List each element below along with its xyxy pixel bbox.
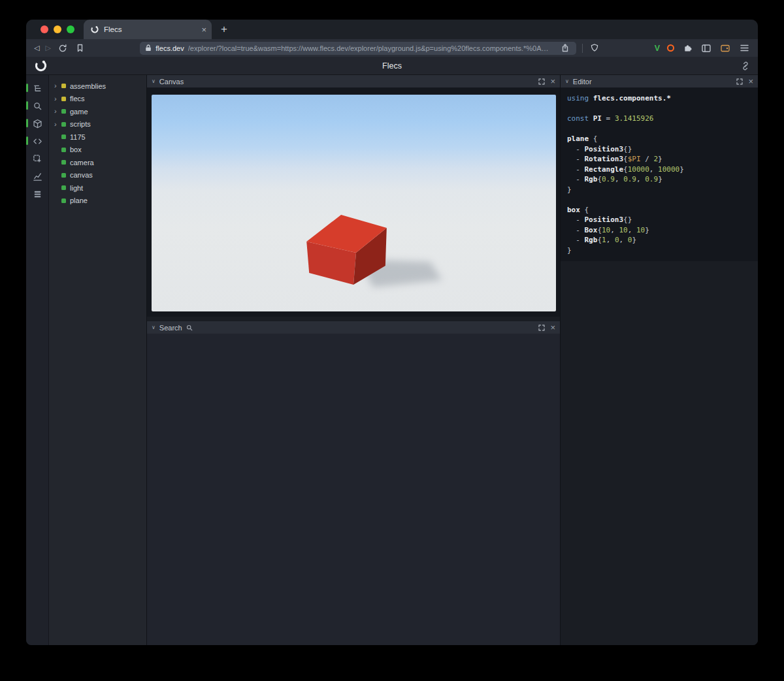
tree-item-label: assemblies	[70, 82, 106, 90]
search-icon[interactable]	[26, 98, 48, 114]
code-line	[567, 124, 751, 135]
hierarchy-icon[interactable]	[26, 80, 48, 96]
wallet-icon[interactable]	[719, 42, 731, 54]
v-extension-icon[interactable]: V	[655, 44, 660, 53]
entity-color-dot	[61, 185, 66, 190]
tree-item-flecs[interactable]: ›flecs	[49, 93, 146, 106]
new-tab-button[interactable]: +	[221, 23, 227, 36]
tree-item-scripts[interactable]: ›scripts	[49, 118, 146, 131]
entity-color-dot	[61, 84, 66, 88]
stack-icon[interactable]	[26, 186, 48, 202]
tree-item-canvas[interactable]: canvas	[49, 169, 146, 182]
expand-chevron-icon[interactable]: ›	[54, 121, 60, 128]
canvas-panel-header: ∨ Canvas ×	[147, 75, 560, 87]
brave-shield-icon[interactable]	[589, 42, 600, 54]
toolbar-right-cluster: V	[655, 42, 750, 54]
tree-item-box[interactable]: box	[49, 144, 146, 157]
tree-item-label: light	[70, 184, 83, 192]
flecs-logo-icon	[34, 59, 48, 72]
inspect-icon[interactable]	[26, 151, 48, 166]
code-icon[interactable]	[26, 133, 48, 149]
url-path: /explorer/?local=true&wasm=https://www.f…	[188, 44, 556, 52]
close-panel-icon[interactable]: ×	[748, 77, 753, 86]
sidebar-toggle-icon[interactable]	[700, 42, 712, 54]
back-button[interactable]: ◁	[34, 44, 39, 52]
code-line: - Position3{}	[567, 144, 751, 155]
tree-item-game[interactable]: ›game	[49, 105, 146, 118]
search-panel-body[interactable]	[147, 334, 560, 645]
expand-panel-icon[interactable]	[735, 77, 744, 86]
tree-item-label: scripts	[70, 120, 91, 128]
close-panel-icon[interactable]: ×	[550, 323, 555, 332]
menu-hamburger-icon[interactable]	[738, 42, 750, 54]
collapse-chevron-icon[interactable]: ∨	[565, 78, 569, 84]
code-line: - Box{10, 10, 10}	[567, 225, 751, 236]
tree-item-plane[interactable]: plane	[49, 195, 146, 208]
tab-favicon-flecs-logo-icon	[90, 25, 99, 34]
rewards-icon[interactable]	[667, 44, 674, 52]
entity-tree-panel: ›assemblies›flecs›game›scripts1175boxcam…	[48, 75, 146, 645]
code-line: - Rgb{1, 0, 0}	[567, 235, 751, 245]
entity-color-dot	[61, 198, 66, 203]
code-line: - Rgb{0.9, 0.9, 0.9}	[567, 174, 751, 185]
editor-panel-header: ∨ Editor ×	[561, 75, 758, 87]
entity-color-dot	[61, 160, 66, 165]
entity-color-dot	[61, 173, 66, 178]
3d-viewport[interactable]	[152, 95, 556, 311]
canvas-panel-title: Canvas	[159, 78, 184, 86]
expand-panel-icon[interactable]	[537, 323, 546, 332]
reload-button[interactable]	[57, 42, 69, 54]
3d-scene	[152, 95, 556, 311]
close-window-button[interactable]	[41, 25, 48, 33]
tree-item-light[interactable]: light	[49, 182, 146, 195]
minimize-window-button[interactable]	[54, 25, 61, 33]
zoom-window-button[interactable]	[67, 25, 74, 33]
collapse-chevron-icon[interactable]: ∨	[152, 325, 155, 330]
search-panel-header: ∨ Search ×	[147, 321, 560, 334]
page-title: Flecs	[26, 61, 758, 71]
code-editor[interactable]: using flecs.components.* const PI = 3.14…	[561, 87, 758, 261]
tree-item-1175[interactable]: 1175	[49, 131, 146, 144]
cube-icon[interactable]	[26, 116, 48, 131]
app-content: ›assemblies›flecs›game›scripts1175boxcam…	[26, 75, 758, 645]
expand-chevron-icon[interactable]: ›	[54, 82, 60, 89]
expand-chevron-icon[interactable]: ›	[54, 108, 60, 115]
expand-chevron-icon[interactable]: ›	[54, 95, 60, 103]
code-line: - Position3{}	[567, 215, 751, 225]
extensions-puzzle-icon[interactable]	[681, 42, 693, 54]
collapse-chevron-icon[interactable]: ∨	[152, 78, 155, 84]
tree-item-assemblies[interactable]: ›assemblies	[49, 80, 146, 93]
code-line: const PI = 3.1415926	[567, 114, 751, 124]
url-bar[interactable]: flecs.dev /explorer/?local=true&wasm=htt…	[140, 42, 576, 55]
entity-color-dot	[61, 148, 66, 152]
tree-item-camera[interactable]: camera	[49, 156, 146, 169]
share-icon[interactable]	[559, 42, 571, 54]
toolbar-divider	[582, 44, 583, 53]
code-line: plane {	[567, 134, 751, 144]
tree-item-label: plane	[70, 197, 88, 204]
tab-close-icon[interactable]: ×	[201, 25, 206, 34]
url-domain: flecs.dev	[155, 44, 184, 52]
app-header: Flecs	[26, 57, 758, 75]
forward-button[interactable]: ▷	[45, 44, 50, 52]
desktop: Flecs × + ◁ ▷ flecs.dev /explorer/?local…	[0, 0, 784, 681]
close-panel-icon[interactable]: ×	[550, 77, 555, 86]
code-line: box {	[567, 205, 751, 215]
tree-item-label: camera	[70, 159, 94, 166]
editor-panel-title: Editor	[573, 78, 592, 86]
tree-item-label: canvas	[70, 171, 93, 179]
address-toolbar: ◁ ▷ flecs.dev /explorer/?local=true&wasm…	[26, 39, 758, 57]
tree-item-label: 1175	[70, 133, 86, 141]
code-line: }	[567, 245, 751, 256]
chart-icon[interactable]	[26, 168, 48, 184]
entity-color-dot	[61, 122, 66, 127]
code-line: }	[567, 185, 751, 195]
bookmark-icon[interactable]	[74, 42, 86, 54]
left-icon-strip	[26, 75, 48, 645]
editor-filler	[561, 261, 758, 645]
browser-tab[interactable]: Flecs ×	[84, 20, 212, 39]
share-link-icon[interactable]	[741, 61, 750, 71]
code-line: - Rotation3{$PI / 2}	[567, 154, 751, 165]
code-line: using flecs.components.*	[567, 93, 751, 104]
expand-panel-icon[interactable]	[537, 77, 546, 86]
